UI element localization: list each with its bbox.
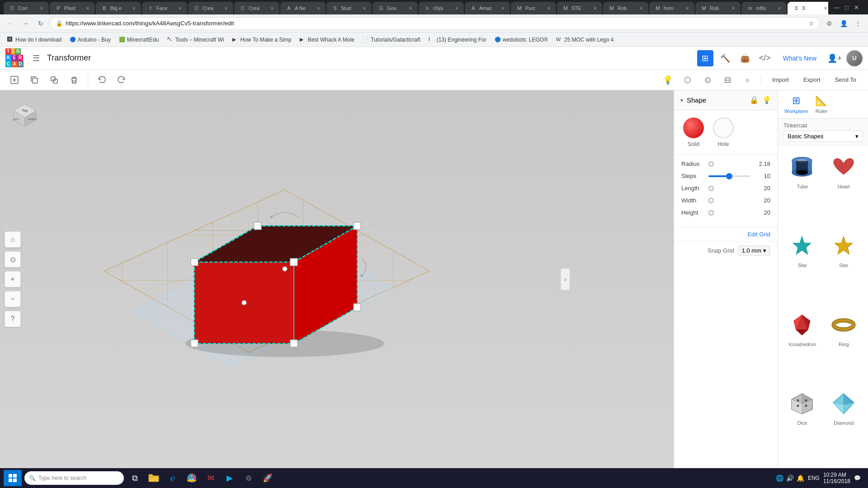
task-view-button[interactable]: ⧉ xyxy=(127,470,143,486)
length-circle-icon[interactable] xyxy=(708,186,714,191)
extensions-btn[interactable]: ⚙ xyxy=(823,17,835,30)
ruler-tab[interactable]: 📐 Ruler xyxy=(815,95,827,114)
edge-browser-button[interactable]: ℯ xyxy=(165,470,181,486)
tab-close-btn[interactable]: ✕ xyxy=(224,6,228,11)
chrome-button[interactable] xyxy=(184,470,200,486)
panel-collapse-button[interactable]: › xyxy=(561,268,570,290)
battery-icon[interactable]: 🔔 xyxy=(797,474,804,482)
shape-item-star-gold[interactable]: Star xyxy=(823,228,865,307)
tab-close-btn[interactable]: ✕ xyxy=(132,6,136,11)
tab-close-btn[interactable]: ✕ xyxy=(685,6,689,11)
tab-close-btn[interactable]: ✕ xyxy=(40,6,43,11)
shape-button-2[interactable]: ⬡ xyxy=(679,72,696,88)
shape-item-dice[interactable]: Dice xyxy=(782,386,823,465)
add-user-button[interactable]: 👤+ xyxy=(826,50,843,66)
width-circle-icon[interactable] xyxy=(708,198,714,203)
tab-t15[interactable]: M hom ✕ xyxy=(649,2,694,14)
shape-panel-collapse[interactable]: ▾ xyxy=(680,97,683,103)
whats-new-button[interactable]: What's New xyxy=(777,52,823,65)
video-button[interactable]: ▶ xyxy=(222,470,238,486)
bookmark-tutorials/galacticra[interactable]: 📄 Tutorials/Galacticraft xyxy=(359,34,424,45)
code-button[interactable]: </> xyxy=(757,50,773,66)
undo-button[interactable] xyxy=(94,72,110,88)
tab-t8[interactable]: S Stud ✕ xyxy=(326,2,372,14)
start-button[interactable] xyxy=(4,470,22,486)
tab-t11[interactable]: A Amaz ✕ xyxy=(465,2,510,14)
shape-item-tube[interactable]: Tube xyxy=(782,150,823,228)
tab-close-btn[interactable]: ✕ xyxy=(316,6,320,11)
width-value[interactable]: 20 xyxy=(754,197,770,204)
tab-close-btn[interactable]: ✕ xyxy=(639,6,643,11)
bookmark-arduino---buy[interactable]: 🔵 Arduino - Buy xyxy=(66,34,114,45)
bookmark-wedobots:-lego®[interactable]: 🔵 wedobots: LEGO® xyxy=(491,34,552,45)
radius-circle-icon[interactable] xyxy=(708,161,714,167)
back-button[interactable]: ← xyxy=(4,17,16,30)
mail-button[interactable]: ✉ xyxy=(203,470,219,486)
reload-button[interactable]: ↻ xyxy=(34,17,47,30)
tab-t10[interactable]: n nSpi ✕ xyxy=(419,2,464,14)
edit-grid-button[interactable]: Edit Grid xyxy=(747,231,770,238)
shape-item-heart[interactable]: Heart xyxy=(823,150,865,228)
network-icon[interactable]: 🌐 xyxy=(776,474,783,482)
help-button[interactable]: ? xyxy=(5,311,21,327)
delete-button[interactable] xyxy=(66,72,82,88)
shape-item-diamond[interactable]: Diamond xyxy=(823,386,865,465)
tab-t18[interactable]: 3 3 ✕ xyxy=(788,2,828,14)
file-explorer-button[interactable] xyxy=(146,470,162,486)
bookmark-minecraftedu[interactable]: 🟩 MinecraftEdu xyxy=(115,34,163,45)
import-button[interactable]: Import xyxy=(767,72,794,88)
mirror-button[interactable]: ⬦ xyxy=(739,72,755,88)
zoom-out-button[interactable]: − xyxy=(5,291,21,307)
tinkercad-logo[interactable]: T I N K E R C A D xyxy=(5,48,25,68)
tab-t3[interactable]: B Big e ✕ xyxy=(96,2,141,14)
home-view-button[interactable]: ⌂ xyxy=(5,231,21,248)
tab-t5[interactable]: C Crea ✕ xyxy=(188,2,233,14)
duplicate-button[interactable] xyxy=(46,72,62,88)
bookmark-tools-–-minecraft-wi[interactable]: ⛏ Tools – Minecraft Wi xyxy=(163,34,227,45)
new-shape-button[interactable] xyxy=(6,72,23,88)
tab-t12[interactable]: M Purc ✕ xyxy=(511,2,556,14)
maximize-btn[interactable]: □ xyxy=(845,4,849,11)
forward-button[interactable]: → xyxy=(19,17,32,30)
bookmark-how-do-i-download[interactable]: 🅰 How do I download xyxy=(4,34,65,45)
hole-shape-type[interactable]: Hole xyxy=(713,117,734,147)
bookmark-star-icon[interactable]: ☆ xyxy=(809,20,814,27)
tab-close-btn[interactable]: ✕ xyxy=(409,6,412,11)
send-to-button[interactable]: Send To xyxy=(830,72,862,88)
light-button[interactable]: 💡 xyxy=(660,72,676,88)
tab-t4[interactable]: f Face ✕ xyxy=(142,2,187,14)
settings-button[interactable]: ⚙ xyxy=(241,470,257,486)
height-circle-icon[interactable] xyxy=(708,210,714,216)
grid-view-button[interactable]: ⊞ xyxy=(697,50,713,66)
shape-item-ring[interactable]: Ring xyxy=(823,307,865,386)
tab-close-btn[interactable]: ✕ xyxy=(547,6,551,11)
menu-btn[interactable]: ⋮ xyxy=(852,17,864,30)
user-avatar[interactable]: U xyxy=(846,50,863,66)
zoom-in-button[interactable]: + xyxy=(5,271,21,287)
tab-close-btn[interactable]: ✕ xyxy=(86,6,90,11)
minimize-btn[interactable]: — xyxy=(834,4,840,11)
tab-close-btn[interactable]: ✕ xyxy=(731,6,735,11)
tab-t9[interactable]: G Goo ✕ xyxy=(373,2,418,14)
menu-icon[interactable]: ☰ xyxy=(31,52,42,65)
rocket-button[interactable]: 🚀 xyxy=(259,470,276,486)
redo-button[interactable] xyxy=(113,72,130,88)
tab-close-btn[interactable]: ✕ xyxy=(778,6,781,11)
taskbar-search[interactable]: 🔍 Type here to search xyxy=(24,471,124,485)
tab-close-btn[interactable]: ✕ xyxy=(824,6,827,11)
tab-close-btn[interactable]: ✕ xyxy=(455,6,458,11)
snap-grid-value-button[interactable]: 1.0 mm ▾ xyxy=(738,245,770,256)
length-value[interactable]: 20 xyxy=(754,185,770,192)
radius-value[interactable]: 2.18 xyxy=(754,160,770,167)
language-indicator[interactable]: ENG xyxy=(808,475,820,481)
bag-button[interactable]: 👜 xyxy=(737,50,753,66)
copy-button[interactable] xyxy=(26,72,42,88)
shape-lock-icon[interactable]: 🔒 xyxy=(750,96,759,104)
viewport[interactable]: Top LEFT RIGHT ⌂ ⊙ + − ? › xyxy=(0,90,674,468)
bookmark-how-to-make-a-simp[interactable]: ▶ How To Make a Simp xyxy=(229,34,295,45)
tab-t1[interactable]: C Corr ✕ xyxy=(4,2,49,14)
tab-close-btn[interactable]: ✕ xyxy=(593,6,597,11)
bookmark-25-moc-with-lego-4[interactable]: W 25 MOC with Lego 4 xyxy=(552,34,617,45)
tab-t7[interactable]: A A Ne ✕ xyxy=(280,2,326,14)
fit-view-button[interactable]: ⊙ xyxy=(5,251,21,267)
